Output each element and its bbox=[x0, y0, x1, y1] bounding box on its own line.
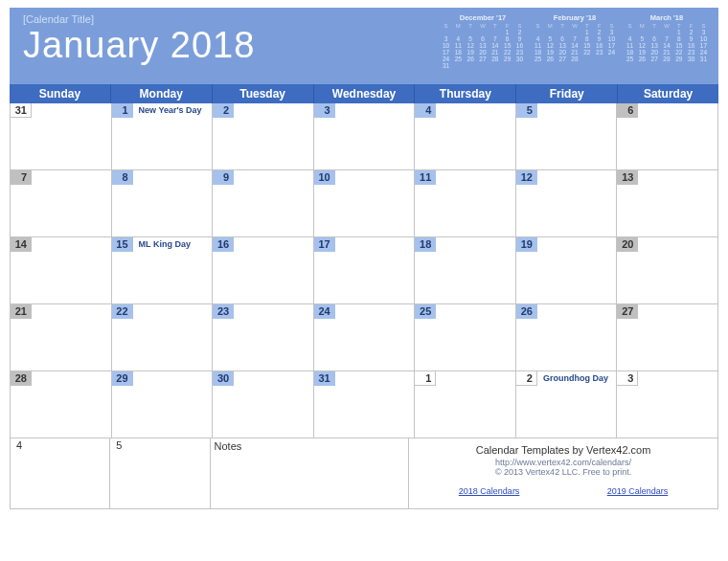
day-number: 27 bbox=[617, 304, 638, 319]
week-row: 21222324252627 bbox=[11, 304, 718, 371]
day-number: 1 bbox=[112, 103, 133, 118]
footer-row: 4 5 Notes Calendar Templates by Vertex42… bbox=[10, 438, 718, 509]
day-cell: 27 bbox=[617, 304, 718, 370]
footer-notes: Notes bbox=[211, 438, 410, 508]
footer-credit: Calendar Templates by Vertex42.com http:… bbox=[409, 438, 718, 508]
calendar-header: [Calendar Title] January 2018 December '… bbox=[10, 8, 718, 84]
day-number: 19 bbox=[516, 237, 537, 252]
link-2019-calendars[interactable]: 2019 Calendars bbox=[607, 486, 669, 496]
day-number: 10 bbox=[314, 170, 335, 185]
day-number: 2 bbox=[516, 371, 537, 386]
day-number: 3 bbox=[314, 103, 335, 118]
day-cell: 16 bbox=[213, 237, 314, 303]
day-cell: 30 bbox=[213, 371, 314, 438]
day-cell: 22 bbox=[112, 304, 214, 370]
week-row: 2829303112Groundhog Day3 bbox=[11, 371, 718, 438]
day-cell: 18 bbox=[415, 237, 516, 303]
footer-day-4: 4 bbox=[11, 438, 110, 508]
dow-header: Saturday bbox=[618, 84, 718, 103]
day-number: 3 bbox=[617, 371, 638, 386]
mini-calendar: December '17SMTWTFS123456789101112131415… bbox=[441, 13, 525, 69]
day-of-week-row: SundayMondayTuesdayWednesdayThursdayFrid… bbox=[10, 84, 718, 103]
dow-header: Monday bbox=[111, 84, 213, 103]
week-row: 1415ML King Day1617181920 bbox=[11, 237, 718, 304]
day-cell: 5 bbox=[516, 103, 618, 169]
day-cell: 13 bbox=[617, 170, 718, 236]
dow-header: Sunday bbox=[10, 84, 111, 103]
mini-calendar: February '18SMTWTFS123456789101112131415… bbox=[533, 13, 617, 69]
day-cell: 19 bbox=[516, 237, 618, 303]
footer-day-5: 5 bbox=[110, 438, 210, 508]
dow-header: Friday bbox=[516, 84, 618, 103]
day-event: Groundhog Day bbox=[543, 373, 608, 383]
day-number: 6 bbox=[617, 103, 638, 118]
day-cell: 21 bbox=[11, 304, 112, 370]
day-number: 4 bbox=[415, 103, 436, 118]
day-number: 28 bbox=[11, 371, 32, 386]
week-row: 78910111213 bbox=[11, 170, 718, 237]
credit-title: Calendar Templates by Vertex42.com bbox=[415, 444, 712, 456]
day-cell: 26 bbox=[516, 304, 618, 370]
day-cell: 1 bbox=[415, 371, 516, 438]
day-cell: 15ML King Day bbox=[112, 237, 214, 303]
day-cell: 23 bbox=[213, 304, 314, 370]
day-cell: 28 bbox=[11, 371, 112, 438]
day-cell: 6 bbox=[617, 103, 718, 169]
day-number: 2 bbox=[213, 103, 234, 118]
day-cell: 7 bbox=[11, 170, 112, 236]
mini-calendar: March '18SMTWTFS123456789101112131415161… bbox=[625, 13, 709, 69]
day-number: 5 bbox=[516, 103, 537, 118]
day-cell: 2 bbox=[213, 103, 314, 169]
day-cell: 24 bbox=[314, 304, 416, 370]
dow-header: Thursday bbox=[415, 84, 516, 103]
day-cell: 9 bbox=[213, 170, 314, 236]
day-number: 30 bbox=[213, 371, 234, 386]
day-number: 29 bbox=[112, 371, 133, 386]
day-event: ML King Day bbox=[139, 239, 191, 249]
day-cell: 3 bbox=[617, 371, 718, 438]
day-number: 12 bbox=[516, 170, 537, 185]
day-number: 17 bbox=[314, 237, 335, 252]
link-2018-calendars[interactable]: 2018 Calendars bbox=[459, 486, 520, 496]
day-number: 23 bbox=[213, 304, 234, 319]
day-cell: 11 bbox=[415, 170, 516, 236]
week-row: 311New Year's Day23456 bbox=[11, 103, 718, 170]
day-number: 18 bbox=[415, 237, 436, 252]
day-cell: 20 bbox=[617, 237, 718, 303]
day-number: 22 bbox=[112, 304, 133, 319]
day-number: 31 bbox=[314, 371, 335, 386]
day-number: 26 bbox=[516, 304, 537, 319]
day-number: 13 bbox=[617, 170, 638, 185]
credit-url: http://www.vertex42.com/calendars/ bbox=[415, 458, 712, 467]
day-cell: 2Groundhog Day bbox=[516, 371, 618, 438]
day-cell: 31 bbox=[11, 103, 112, 169]
day-number: 31 bbox=[11, 103, 32, 118]
day-number: 15 bbox=[112, 237, 133, 252]
day-number: 14 bbox=[11, 237, 32, 252]
day-cell: 3 bbox=[314, 103, 416, 169]
day-cell: 14 bbox=[11, 237, 112, 303]
day-number: 24 bbox=[314, 304, 335, 319]
dow-header: Tuesday bbox=[213, 84, 314, 103]
dow-header: Wednesday bbox=[314, 84, 416, 103]
day-number: 20 bbox=[617, 237, 638, 252]
day-cell: 25 bbox=[415, 304, 516, 370]
day-cell: 31 bbox=[314, 371, 416, 438]
day-cell: 4 bbox=[415, 103, 516, 169]
day-number: 8 bbox=[112, 170, 133, 185]
day-event: New Year's Day bbox=[139, 105, 202, 115]
credit-copyright: © 2013 Vertex42 LLC. Free to print. bbox=[415, 467, 712, 477]
day-number: 9 bbox=[213, 170, 234, 185]
day-number: 1 bbox=[415, 371, 436, 386]
day-number: 25 bbox=[415, 304, 436, 319]
day-number: 7 bbox=[11, 170, 32, 185]
day-cell: 10 bbox=[314, 170, 416, 236]
day-number: 21 bbox=[11, 304, 32, 319]
day-cell: 1New Year's Day bbox=[112, 103, 214, 169]
day-cell: 12 bbox=[516, 170, 618, 236]
day-number: 11 bbox=[415, 170, 436, 185]
day-number: 16 bbox=[213, 237, 234, 252]
day-cell: 29 bbox=[112, 371, 214, 438]
calendar-grid: 311New Year's Day23456789101112131415ML … bbox=[10, 103, 718, 438]
day-cell: 17 bbox=[314, 237, 416, 303]
